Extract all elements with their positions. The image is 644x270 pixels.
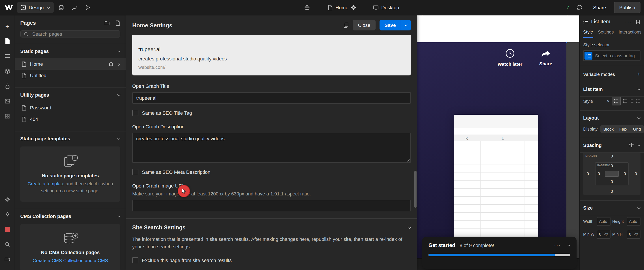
add-elements-button[interactable]: + — [0, 19, 14, 34]
margin-bottom-value[interactable]: 0 — [611, 189, 613, 194]
class-selector-input[interactable]: Select a class or tag — [583, 50, 640, 61]
pages-search-input[interactable] — [31, 31, 117, 37]
padding-bottom-value[interactable]: 0 — [611, 180, 613, 184]
min-width-unit[interactable]: PX — [604, 232, 608, 236]
static-pages-header[interactable]: Static pages — [15, 44, 126, 58]
margin-right-value[interactable]: 0 — [635, 172, 637, 176]
cms-pages-header[interactable]: CMS Collection pages — [15, 209, 126, 223]
video-share-button[interactable]: Share — [536, 49, 556, 66]
add-variable-mode-icon[interactable]: + — [637, 71, 640, 77]
settings-scrollbar[interactable] — [414, 171, 416, 208]
new-folder-icon[interactable] — [104, 21, 110, 25]
size-section-header[interactable]: Size — [580, 201, 644, 215]
display-block-button[interactable]: Block — [601, 126, 616, 132]
close-button[interactable]: Close — [353, 20, 376, 31]
margin-left-value[interactable]: 0 — [587, 172, 589, 176]
height-unit[interactable]: - — [638, 219, 639, 223]
ai-assistant-button[interactable] — [0, 207, 14, 222]
og-title-same-checkbox[interactable] — [132, 110, 138, 116]
margin-padding-control[interactable]: MARGIN 0 0 0 0 PADDING 0 0 0 0 — [583, 153, 640, 195]
utility-pages-header[interactable]: Utility pages — [15, 88, 126, 102]
canvas[interactable]: Watch later Share K L — [417, 16, 579, 270]
share-button[interactable]: Share — [589, 2, 610, 13]
margin-top-value[interactable]: 0 — [611, 154, 613, 158]
spacing-settings-icon[interactable] — [629, 143, 634, 148]
assets-button[interactable] — [0, 94, 14, 109]
navigator-button[interactable] — [0, 49, 14, 64]
page-row-untitled[interactable]: Untitled — [15, 70, 126, 81]
site-search-settings-header[interactable]: Site Search Settings — [132, 224, 411, 231]
list-style-circle-button[interactable] — [623, 99, 627, 103]
apps-button[interactable] — [0, 109, 14, 124]
min-height-unit[interactable]: PX — [634, 232, 638, 236]
display-flex-button[interactable]: Flex — [617, 126, 630, 132]
og-image-url-input[interactable] — [132, 200, 411, 211]
comments-button[interactable] — [574, 2, 585, 13]
watch-later-button[interactable]: Watch later — [497, 49, 523, 67]
min-width-input[interactable]: 0 PX — [597, 230, 610, 239]
breakpoint-group[interactable]: Desktop — [373, 0, 399, 15]
list-style-custom-button[interactable] — [636, 99, 640, 103]
tab-settings[interactable]: Settings — [597, 27, 614, 38]
width-unit[interactable]: - — [608, 219, 609, 223]
components-button[interactable] — [0, 64, 14, 79]
site-settings-button[interactable] — [0, 192, 14, 207]
site-hero-video[interactable]: Watch later Share K L — [417, 42, 566, 270]
main-area: + — [0, 16, 644, 270]
display-grid-button[interactable]: Grid — [630, 126, 644, 132]
webflow-logo[interactable] — [4, 2, 15, 13]
list-item-section-header[interactable]: List Item — [580, 82, 644, 97]
page-settings-gear-icon[interactable] — [351, 5, 356, 10]
min-height-input[interactable]: 0 PX — [627, 230, 640, 239]
video-tutorials-button[interactable] — [0, 252, 14, 267]
chevron-right-icon[interactable] — [117, 62, 120, 66]
variables-button[interactable] — [0, 79, 14, 94]
element-more-icon[interactable]: ··· — [625, 20, 632, 23]
new-page-icon[interactable] — [116, 20, 120, 26]
padding-top-value[interactable]: 0 — [611, 164, 613, 168]
padding-left-value[interactable]: 0 — [598, 172, 600, 176]
cms-button[interactable] — [56, 2, 67, 13]
recording-indicator[interactable] — [0, 222, 14, 237]
save-button[interactable]: Save — [380, 20, 411, 31]
chevron-up-icon[interactable] — [567, 243, 570, 247]
save-options-chevron[interactable] — [401, 20, 411, 31]
preview-button[interactable] — [82, 2, 94, 13]
templates-header[interactable]: Static page templates — [15, 131, 126, 146]
settings-body: trupeer.ai creates professional studio q… — [126, 35, 417, 270]
duplicate-settings-icon[interactable] — [344, 22, 349, 28]
page-row-404[interactable]: 404 — [15, 113, 126, 125]
create-template-link[interactable]: Create a template — [28, 181, 64, 186]
exclude-search-checkbox[interactable] — [132, 257, 138, 263]
page-row-home[interactable]: Home — [15, 58, 126, 70]
width-input[interactable]: Auto - — [597, 217, 610, 226]
localization-globe-button[interactable] — [304, 0, 310, 15]
height-input[interactable]: Auto - — [627, 217, 640, 226]
spacing-section-title: Spacing — [583, 142, 602, 148]
toast-more-icon[interactable]: ··· — [554, 244, 561, 247]
page-row-password[interactable]: Password — [15, 102, 126, 113]
list-style-decimal-button[interactable] — [630, 99, 634, 103]
selected-element-outline[interactable] — [422, 16, 567, 43]
publish-button[interactable]: Publish — [614, 2, 640, 13]
tab-interactions[interactable]: Interactions — [618, 27, 642, 38]
panel-settings-icon[interactable] — [636, 19, 640, 24]
search-button[interactable] — [0, 237, 14, 252]
list-style-none-button[interactable]: × — [607, 98, 610, 104]
current-page-label[interactable]: Home — [336, 5, 348, 10]
padding-control[interactable]: PADDING 0 0 0 0 — [595, 162, 628, 185]
og-description-textarea[interactable]: creates professional studio quality vide… — [132, 133, 411, 163]
og-description-same-checkbox[interactable] — [132, 169, 138, 175]
spacing-section-header[interactable]: Spacing — [580, 138, 644, 153]
display-label: Display — [583, 127, 598, 131]
design-mode-dropdown[interactable]: Design — [17, 2, 54, 13]
pages-panel-button[interactable] — [0, 34, 14, 49]
create-cms-collection-link[interactable]: Create a CMS Collection and a CMS — [32, 257, 108, 263]
list-style-disc-button-active[interactable] — [612, 97, 621, 105]
analytics-button[interactable] — [69, 2, 80, 13]
tab-style[interactable]: Style — [583, 27, 593, 38]
padding-right-value[interactable]: 0 — [624, 172, 626, 176]
layout-section-header[interactable]: Layout — [580, 111, 644, 125]
pages-search[interactable] — [20, 31, 120, 38]
og-title-input[interactable]: trupeer.ai — [132, 92, 411, 104]
